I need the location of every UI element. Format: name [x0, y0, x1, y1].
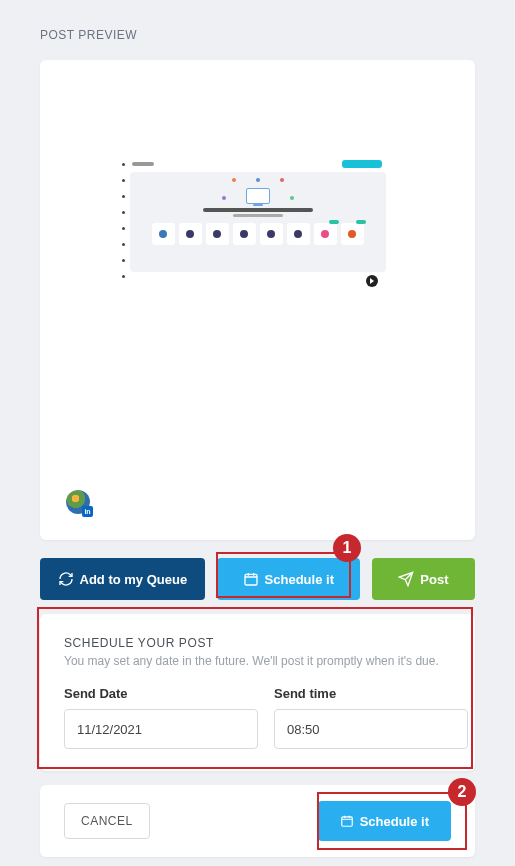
- send-time-input[interactable]: [274, 709, 468, 749]
- play-icon: [366, 275, 378, 287]
- svg-rect-0: [245, 574, 257, 585]
- preview-thumbnail: [128, 158, 388, 293]
- svg-rect-1: [341, 817, 352, 826]
- linkedin-globe-icon: [66, 490, 90, 514]
- schedule-panel-title: SCHEDULE YOUR POST: [64, 636, 451, 650]
- preview-card: [40, 60, 475, 540]
- calendar-icon: [340, 814, 354, 828]
- section-title: POST PREVIEW: [40, 28, 475, 42]
- footer-actions: CANCEL Schedule it: [40, 785, 475, 857]
- calendar-icon: [243, 571, 259, 587]
- add-to-queue-button[interactable]: Add to my Queue: [40, 558, 205, 600]
- schedule-it-label: Schedule it: [265, 572, 334, 587]
- confirm-schedule-label: Schedule it: [360, 814, 429, 829]
- cancel-button[interactable]: CANCEL: [64, 803, 150, 839]
- schedule-panel-subtitle: You may set any date in the future. We'l…: [64, 654, 451, 668]
- schedule-panel: SCHEDULE YOUR POST You may set any date …: [40, 614, 475, 771]
- confirm-schedule-button[interactable]: Schedule it: [318, 801, 451, 841]
- schedule-it-button[interactable]: Schedule it: [217, 558, 360, 600]
- send-time-label: Send time: [274, 686, 468, 701]
- add-to-queue-label: Add to my Queue: [80, 572, 188, 587]
- refresh-icon: [58, 571, 74, 587]
- send-icon: [398, 571, 414, 587]
- send-date-label: Send Date: [64, 686, 258, 701]
- action-button-row: Add to my Queue Schedule it Post: [40, 558, 475, 600]
- post-label: Post: [420, 572, 448, 587]
- post-button[interactable]: Post: [372, 558, 475, 600]
- send-date-input[interactable]: [64, 709, 258, 749]
